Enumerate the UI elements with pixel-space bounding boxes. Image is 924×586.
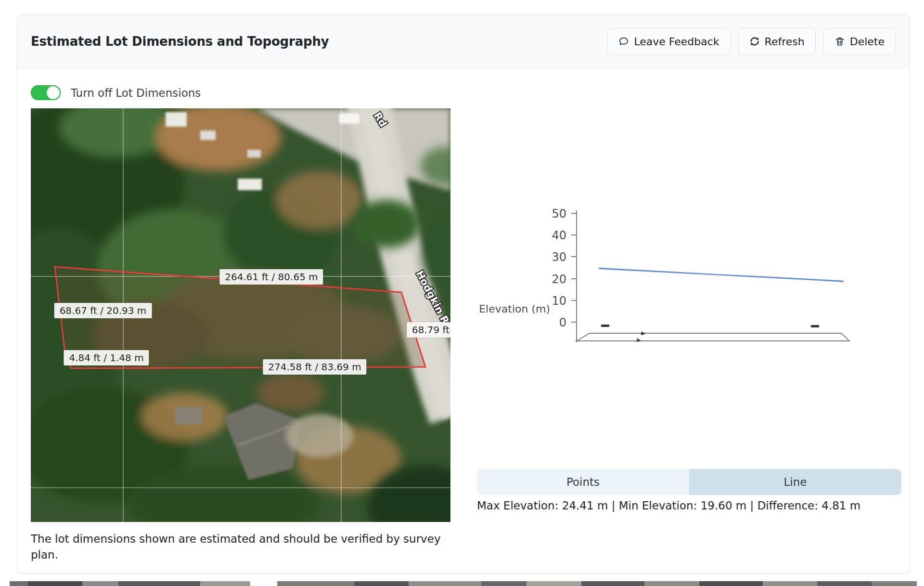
toggle-label: Turn off Lot Dimensions xyxy=(71,87,201,99)
leave-feedback-button[interactable]: Leave Feedback xyxy=(607,28,730,55)
elevation-stats: Max Elevation: 24.41 m | Min Elevation: … xyxy=(477,499,860,512)
tab-points[interactable]: Points xyxy=(477,469,689,495)
marker-dash-left xyxy=(601,325,609,327)
elevation-chart[interactable]: 50 40 30 20 10 0 Elevation (m) xyxy=(477,203,905,357)
toggle-row: Turn off Lot Dimensions xyxy=(31,85,201,100)
trash-icon xyxy=(834,36,845,47)
disclaimer-note: The lot dimensions shown are estimated a… xyxy=(31,531,449,562)
ytick-20: 20 xyxy=(552,273,566,286)
refresh-label: Refresh xyxy=(765,36,805,48)
ytick-0: 0 xyxy=(559,316,566,329)
dimension-label-bottom: 274.58 ft / 83.69 m xyxy=(263,359,366,375)
dimension-label-jog: 4.84 ft / 1.48 m xyxy=(64,350,149,365)
lot-dimensions-card: Estimated Lot Dimensions and Topography … xyxy=(17,14,910,573)
card-header: Estimated Lot Dimensions and Topography … xyxy=(17,15,909,68)
elevation-profile-line xyxy=(599,268,844,281)
chart-mode-tabs: Points Line xyxy=(477,469,901,495)
chat-icon xyxy=(618,36,629,47)
satellite-map[interactable]: Rd Hodgkin Rd 264.61 ft / 80.65 m 68.67 … xyxy=(31,108,450,522)
ytick-50: 50 xyxy=(552,207,566,221)
next-section-edge xyxy=(10,581,917,586)
marker-dash-right xyxy=(811,325,819,327)
header-buttons: Leave Feedback Refresh Delete xyxy=(607,28,896,55)
toggle-knob xyxy=(47,86,60,99)
ytick-10: 10 xyxy=(552,294,566,308)
floor-plane xyxy=(577,333,849,341)
y-axis-label: Elevation (m) xyxy=(479,303,550,315)
dimension-label-top: 264.61 ft / 80.65 m xyxy=(219,269,323,285)
delete-button[interactable]: Delete xyxy=(823,28,896,55)
elevation-profile-line-highlight xyxy=(599,269,844,282)
ytick-30: 30 xyxy=(552,250,566,264)
dimension-label-right: 68.79 ft xyxy=(407,322,450,338)
ytick-40: 40 xyxy=(552,229,566,242)
dimension-label-left: 68.67 ft / 20.93 m xyxy=(54,303,152,318)
lot-dimensions-toggle[interactable] xyxy=(31,85,61,100)
topography-panel: 50 40 30 20 10 0 Elevation (m) Points Li… xyxy=(477,108,905,522)
refresh-button[interactable]: Refresh xyxy=(738,28,816,55)
refresh-icon xyxy=(749,36,760,47)
leave-feedback-label: Leave Feedback xyxy=(634,36,719,48)
delete-label: Delete xyxy=(850,36,885,48)
page-title: Estimated Lot Dimensions and Topography xyxy=(31,34,329,49)
tab-line[interactable]: Line xyxy=(689,469,901,495)
